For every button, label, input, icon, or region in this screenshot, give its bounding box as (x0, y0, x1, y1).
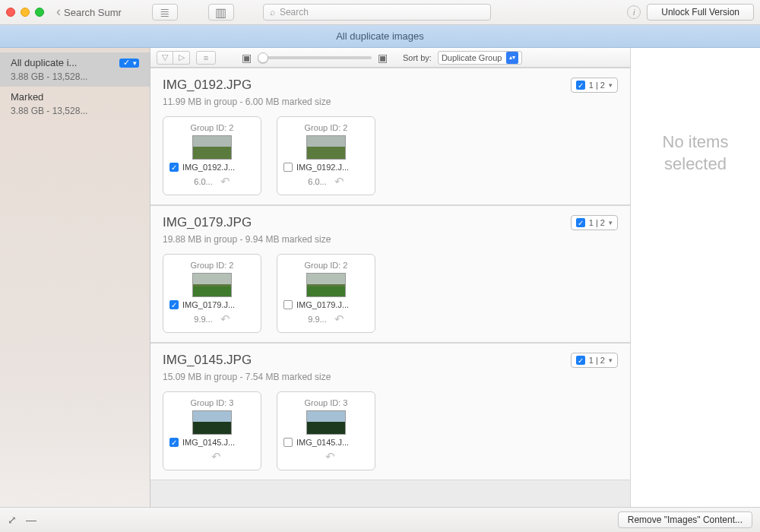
card-group-id: Group ID: 2 (300, 123, 352, 132)
nav-down-button[interactable]: ▽ (157, 51, 173, 65)
results-toolbar: ▽ ▷ ≡ ▣ ▣ Sort by: Duplicate Group ▴▾ (150, 48, 630, 68)
sort-value: Duplicate Group (442, 53, 502, 62)
card-filesize: 9.9... (308, 315, 326, 324)
detail-empty-message: No items selected (631, 131, 760, 175)
revert-icon[interactable]: ↶ (334, 175, 344, 188)
sidebar-item-all-duplicates[interactable]: All duplicate i... ✓ ▾ 3.88 GB - 13,528.… (0, 52, 150, 87)
group-title: IMG_0192.JPG (163, 78, 331, 93)
duplicate-card[interactable]: Group ID: 2 ✓ IMG_0179.J... 9.9... ↶ (163, 254, 261, 333)
thumbnail-image[interactable] (192, 410, 232, 435)
thumb-small-icon: ▣ (242, 52, 252, 64)
thumbnail-size-slider[interactable] (258, 56, 372, 59)
chevron-down-icon: ▾ (609, 356, 613, 364)
results-pane: ▽ ▷ ≡ ▣ ▣ Sort by: Duplicate Group ▴▾ IM… (150, 48, 631, 507)
mark-checkbox[interactable] (283, 163, 293, 172)
card-group-id: Group ID: 2 (186, 261, 238, 270)
duplicate-card[interactable]: Group ID: 2 IMG_0179.J... 9.9... ↶ (277, 254, 375, 333)
check-icon: ✓ (122, 59, 131, 68)
duplicate-group: IMG_0145.JPG 15.09 MB in group - 7.54 MB… (150, 343, 630, 480)
sort-label: Sort by: (403, 53, 432, 62)
card-filename: IMG_0179.J... (296, 300, 369, 309)
revert-icon[interactable]: ↶ (220, 312, 230, 326)
revert-icon[interactable]: ↶ (325, 450, 335, 464)
group-count: 1 | 2 (589, 356, 605, 365)
thumb-large-icon: ▣ (378, 52, 388, 64)
mark-checkbox[interactable]: ✓ (169, 438, 179, 447)
group-count-pill[interactable]: ✓ 1 | 2 ▾ (571, 215, 618, 230)
duplicate-card[interactable]: Group ID: 3 IMG_0145.J... ↶ (277, 391, 375, 470)
thumbnail-image[interactable] (306, 273, 346, 297)
sidebar-item-marked[interactable]: Marked 3.88 GB - 13,528... (0, 87, 150, 121)
search-placeholder: Search (280, 7, 309, 17)
group-title: IMG_0179.JPG (163, 215, 331, 230)
info-icon[interactable]: i (627, 5, 641, 19)
mark-checkbox[interactable]: ✓ (169, 163, 179, 172)
view-columns-button[interactable]: ▥ (208, 4, 234, 21)
sidebar-item-subtitle: 3.88 GB - 13,528... (11, 106, 139, 116)
thumbnail-image[interactable] (192, 273, 232, 297)
detail-pane: No items selected (631, 48, 760, 507)
group-count-pill[interactable]: ✓ 1 | 2 ▾ (571, 78, 618, 93)
group-subtitle: 19.88 MB in group - 9.94 MB marked size (163, 234, 331, 245)
card-filename: IMG_0192.J... (182, 163, 255, 172)
chevron-down-icon: ▾ (609, 219, 613, 226)
card-group-id: Group ID: 2 (300, 261, 352, 270)
card-group-id: Group ID: 3 (300, 398, 352, 407)
revert-icon[interactable]: ↶ (334, 312, 344, 326)
mark-checkbox[interactable] (283, 438, 293, 447)
group-title: IMG_0145.JPG (163, 353, 331, 368)
group-count-pill[interactable]: ✓ 1 | 2 ▾ (571, 353, 618, 368)
card-filesize: 6.0... (308, 177, 326, 186)
chevron-down-icon: ▾ (609, 81, 613, 89)
nav-right-button[interactable]: ▷ (173, 51, 190, 65)
titlebar: ‹ Search Sumr ≣ ▥ ⌕ Search i Unlock Full… (0, 0, 760, 25)
check-icon: ✓ (576, 81, 585, 90)
chevron-down-icon: ▾ (133, 59, 137, 67)
thumbnail-image[interactable] (306, 135, 346, 160)
mark-checkbox[interactable] (283, 300, 293, 309)
card-group-id: Group ID: 2 (186, 123, 238, 132)
expand-icon[interactable]: ⤢ (8, 514, 17, 526)
collapse-icon[interactable]: — (26, 514, 36, 526)
list-mode-button[interactable]: ≡ (196, 51, 216, 65)
duplicate-card[interactable]: Group ID: 3 ✓ IMG_0145.J... ↶ (163, 391, 261, 470)
view-list-button[interactable]: ≣ (152, 4, 178, 21)
sidebar-item-title: Marked (11, 91, 94, 103)
group-count: 1 | 2 (589, 218, 605, 227)
card-filename: IMG_0145.J... (182, 438, 255, 447)
revert-icon[interactable]: ↶ (211, 450, 221, 464)
close-window-button[interactable] (6, 8, 15, 17)
revert-icon[interactable]: ↶ (220, 175, 230, 188)
duplicate-card[interactable]: Group ID: 2 ✓ IMG_0192.J... 6.0... ↶ (163, 116, 261, 195)
back-button[interactable]: ‹ Search Sumr (56, 5, 122, 21)
sidebar-item-dropdown[interactable]: ✓ ▾ (119, 59, 139, 68)
duplicate-card[interactable]: Group ID: 2 IMG_0192.J... 6.0... ↶ (277, 116, 375, 195)
thumbnail-image[interactable] (306, 410, 346, 435)
card-filename: IMG_0192.J... (296, 163, 369, 172)
card-group-id: Group ID: 3 (186, 398, 238, 407)
card-filesize: 6.0... (194, 177, 212, 186)
groups-list[interactable]: IMG_0192.JPG 11.99 MB in group - 6.00 MB… (150, 68, 630, 507)
duplicate-group: IMG_0192.JPG 11.99 MB in group - 6.00 MB… (150, 68, 630, 205)
group-count: 1 | 2 (589, 81, 605, 90)
card-filename: IMG_0145.J... (296, 438, 369, 447)
minimize-window-button[interactable] (21, 8, 30, 17)
sort-select[interactable]: Duplicate Group ▴▾ (438, 51, 523, 65)
mark-checkbox[interactable]: ✓ (169, 300, 179, 309)
chevron-left-icon: ‹ (56, 4, 61, 20)
sidebar: All duplicate i... ✓ ▾ 3.88 GB - 13,528.… (0, 48, 150, 507)
zoom-window-button[interactable] (35, 8, 44, 17)
context-bar: All duplicate images (0, 25, 760, 48)
thumbnail-image[interactable] (192, 135, 232, 160)
check-icon: ✓ (576, 218, 585, 227)
context-title: All duplicate images (336, 30, 424, 42)
unlock-button[interactable]: Unlock Full Version (647, 4, 754, 21)
group-subtitle: 15.09 MB in group - 7.54 MB marked size (163, 372, 331, 382)
duplicate-group: IMG_0179.JPG 19.88 MB in group - 9.94 MB… (150, 205, 630, 343)
search-input[interactable]: ⌕ Search (263, 4, 491, 21)
sidebar-item-title: All duplicate i... (11, 57, 77, 68)
check-icon: ✓ (576, 356, 585, 365)
window-controls (6, 8, 44, 17)
card-filesize: 9.9... (194, 315, 212, 324)
remove-content-button[interactable]: Remove "Images" Content... (618, 511, 752, 528)
